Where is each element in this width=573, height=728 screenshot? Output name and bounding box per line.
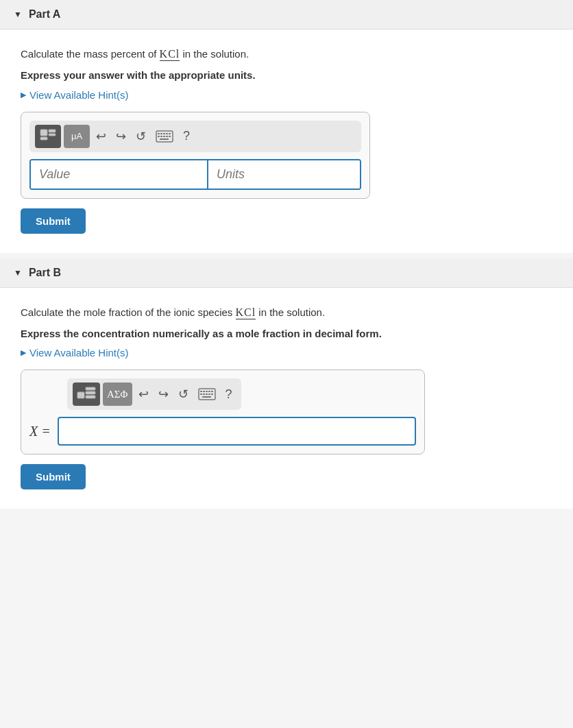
part-a-answer-box: μΑ ↩ ↪ ↺ [21, 112, 370, 199]
svg-rect-26 [211, 391, 213, 392]
part-b-keyboard-button[interactable] [195, 387, 219, 402]
template-button[interactable] [35, 125, 61, 148]
x-equals-label: X = [29, 424, 51, 439]
svg-rect-5 [158, 133, 160, 134]
help-button[interactable]: ? [180, 128, 193, 145]
keyboard-button[interactable] [152, 129, 177, 144]
part-b-toolbar: √ ΑΣΦ ↩ ↪ [67, 378, 241, 410]
svg-rect-8 [166, 133, 168, 134]
svg-rect-22 [200, 391, 202, 392]
part-b-answer-box: √ ΑΣΦ ↩ ↪ [21, 369, 425, 454]
part-b-help-button[interactable]: ? [222, 386, 236, 403]
mu-alpha-button[interactable]: μΑ [64, 125, 90, 148]
svg-rect-29 [206, 393, 208, 395]
svg-rect-7 [163, 133, 165, 134]
units-input[interactable] [207, 160, 361, 189]
svg-rect-28 [203, 393, 205, 395]
part-b-x-row: X = [29, 417, 416, 446]
svg-rect-10 [158, 136, 160, 137]
part-b-hint-link[interactable]: ▶ View Available Hint(s) [21, 347, 552, 359]
part-a-instruction: Express your answer with the appropriate… [21, 68, 552, 84]
svg-rect-15 [160, 138, 169, 140]
part-a-submit-button[interactable]: Submit [21, 208, 86, 234]
value-input[interactable] [31, 160, 207, 189]
refresh-button[interactable]: ↺ [132, 128, 149, 145]
svg-rect-9 [169, 133, 171, 134]
part-a-description: Calculate the mass percent of KCl in the… [21, 46, 552, 62]
svg-rect-11 [160, 136, 162, 137]
svg-rect-24 [206, 391, 208, 392]
svg-rect-0 [40, 130, 47, 136]
part-a-input-row [29, 159, 361, 190]
part-b-title: Part B [29, 267, 61, 279]
part-a-header: ▼ Part A [0, 0, 573, 29]
part-b-submit-button[interactable]: Submit [21, 464, 86, 489]
hint-arrow-icon: ▶ [21, 90, 26, 99]
svg-rect-12 [163, 136, 165, 137]
svg-rect-13 [166, 136, 168, 137]
part-b-header: ▼ Part B [0, 258, 573, 288]
part-b-section: ▼ Part B Calculate the mole fraction of … [0, 258, 573, 509]
part-b-refresh-button[interactable]: ↺ [175, 385, 192, 403]
undo-button[interactable]: ↩ [93, 128, 110, 145]
part-b-hint-arrow-icon: ▶ [21, 348, 26, 357]
part-a-section: ▼ Part A Calculate the mass percent of K… [0, 0, 573, 253]
part-b-template-button[interactable]: √ [73, 383, 100, 406]
svg-rect-25 [208, 391, 210, 392]
svg-rect-19 [86, 391, 95, 394]
svg-rect-27 [200, 393, 202, 395]
part-b-description: Calculate the mole fraction of the ionic… [21, 304, 552, 321]
alpha-sigma-phi-button[interactable]: ΑΣΦ [103, 383, 132, 406]
svg-rect-3 [40, 137, 47, 140]
part-b-body: Calculate the mole fraction of the ionic… [0, 288, 573, 509]
part-b-collapse-arrow[interactable]: ▼ [14, 268, 22, 278]
part-b-instruction: Express the concentration numerically as… [21, 326, 552, 342]
svg-text:√: √ [79, 392, 82, 399]
svg-rect-14 [169, 136, 171, 137]
part-a-collapse-arrow[interactable]: ▼ [14, 10, 22, 19]
svg-rect-1 [49, 130, 56, 132]
part-b-kcl: KCl [236, 306, 256, 319]
part-b-redo-button[interactable]: ↪ [155, 385, 172, 403]
svg-rect-23 [203, 391, 205, 392]
part-b-undo-button[interactable]: ↩ [135, 385, 152, 403]
part-a-title: Part A [29, 8, 61, 21]
part-a-body: Calculate the mass percent of KCl in the… [0, 29, 573, 253]
part-a-kcl: KCl [160, 48, 180, 61]
part-a-toolbar: μΑ ↩ ↪ ↺ [29, 121, 361, 152]
svg-rect-30 [208, 393, 210, 395]
redo-button[interactable]: ↪ [112, 128, 130, 145]
svg-rect-32 [202, 396, 211, 398]
part-a-hint-link[interactable]: ▶ View Available Hint(s) [21, 89, 552, 101]
svg-rect-2 [49, 134, 56, 136]
part-b-value-input[interactable] [58, 417, 416, 446]
svg-rect-20 [86, 396, 95, 398]
svg-rect-6 [160, 133, 162, 134]
svg-rect-18 [86, 387, 95, 390]
svg-rect-31 [211, 393, 213, 395]
